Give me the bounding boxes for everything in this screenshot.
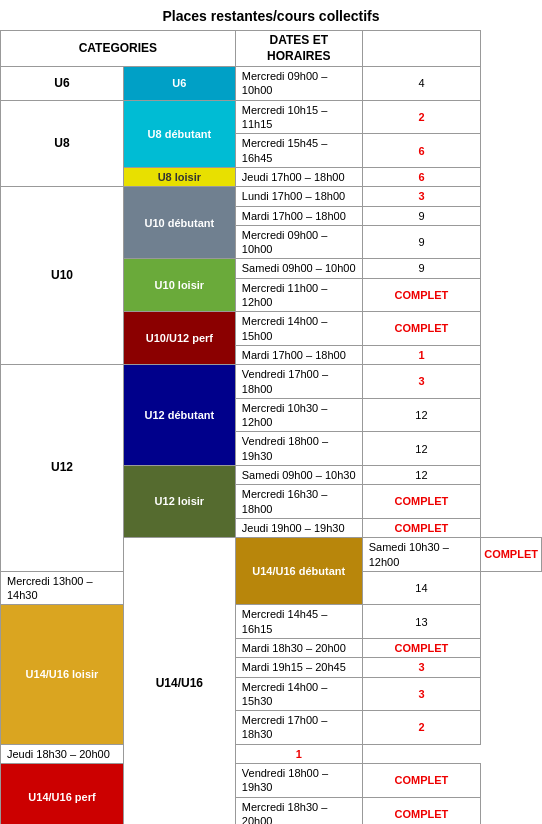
places-cell: COMPLET (362, 797, 480, 824)
subcategory-label: U14/U16 loisir (1, 605, 124, 744)
date-cell: Jeudi 19h00 – 19h30 (235, 518, 362, 537)
places-cell: 9 (362, 259, 480, 278)
subcategory-label: U12 loisir (123, 466, 235, 538)
date-cell: Mardi 19h15 – 20h45 (235, 658, 362, 677)
subcategory-label: U8 loisir (123, 167, 235, 186)
date-cell: Mercredi 13h00 – 14h30 (1, 571, 124, 605)
date-cell: Samedi 09h00 – 10h00 (235, 259, 362, 278)
subcategory-label: U8 débutant (123, 100, 235, 167)
date-cell: Mercredi 14h00 – 15h30 (235, 677, 362, 711)
date-cell: Mercredi 16h30 – 18h00 (235, 485, 362, 519)
places-cell: 12 (362, 398, 480, 432)
places-cell: COMPLET (362, 518, 480, 537)
date-cell: Mercredi 18h30 – 20h00 (235, 797, 362, 824)
places-cell: 3 (362, 187, 480, 206)
date-cell: Samedi 10h30 – 12h00 (362, 538, 480, 572)
date-cell: Jeudi 17h00 – 18h00 (235, 167, 362, 186)
places-cell: 3 (362, 658, 480, 677)
places-cell: 2 (362, 100, 480, 134)
header-categories: CATEGORIES (1, 31, 236, 67)
places-cell: 14 (362, 571, 480, 605)
places-cell: 1 (362, 345, 480, 364)
subcategory-label: U14/U16 débutant (235, 538, 362, 605)
group-label: U12 (1, 365, 124, 572)
places-cell: COMPLET (362, 764, 480, 798)
places-cell: 13 (362, 605, 480, 639)
date-cell: Mercredi 09h00 – 10h00 (235, 225, 362, 259)
places-cell: 12 (362, 466, 480, 485)
date-cell: Vendredi 18h00 – 19h30 (235, 764, 362, 798)
group-label: U8 (1, 100, 124, 186)
table-row: U12U12 débutantVendredi 17h00 – 18h003 (1, 365, 542, 399)
places-cell: COMPLET (362, 638, 480, 657)
places-cell: 2 (362, 711, 480, 745)
places-cell: 4 (362, 67, 480, 101)
subcategory-label: U10/U12 perf (123, 312, 235, 365)
places-cell: 6 (362, 134, 480, 168)
date-cell: Mercredi 14h00 – 15h00 (235, 312, 362, 346)
date-cell: Samedi 09h00 – 10h30 (235, 466, 362, 485)
places-cell: 12 (362, 432, 480, 466)
date-cell: Mercredi 15h45 – 16h45 (235, 134, 362, 168)
date-cell: Mercredi 10h15 – 11h15 (235, 100, 362, 134)
places-cell: 3 (362, 365, 480, 399)
date-cell: Lundi 17h00 – 18h00 (235, 187, 362, 206)
date-cell: Mercredi 09h00 – 10h00 (235, 67, 362, 101)
table-row: U8U8 débutantMercredi 10h15 – 11h152 (1, 100, 542, 134)
subcategory-label: U6 (123, 67, 235, 101)
table-row: U14/U16 perfVendredi 18h00 – 19h30COMPLE… (1, 764, 542, 798)
places-cell: 3 (362, 677, 480, 711)
places-cell: 9 (362, 225, 480, 259)
date-cell: Mardi 18h30 – 20h00 (235, 638, 362, 657)
places-cell: 9 (362, 206, 480, 225)
table-row: U6U6Mercredi 09h00 – 10h004 (1, 67, 542, 101)
table-row: Jeudi 18h30 – 20h001 (1, 744, 542, 763)
date-cell: Vendredi 17h00 – 18h00 (235, 365, 362, 399)
group-label: U14/U16 (123, 538, 235, 824)
schedule-table: CATEGORIES DATES ET HORAIRES U6U6Mercred… (0, 30, 542, 824)
places-cell: COMPLET (362, 312, 480, 346)
subcategory-label: U14/U16 perf (1, 764, 124, 824)
date-cell: Mardi 17h00 – 18h00 (235, 345, 362, 364)
places-cell: 6 (362, 167, 480, 186)
table-row: U14/U16 loisirMercredi 14h45 – 16h1513 (1, 605, 542, 639)
header-places (362, 31, 480, 67)
group-label: U10 (1, 187, 124, 365)
date-cell: Mercredi 10h30 – 12h00 (235, 398, 362, 432)
date-cell: Mardi 17h00 – 18h00 (235, 206, 362, 225)
group-label: U6 (1, 67, 124, 101)
page-title: Places restantes/cours collectifs (0, 0, 542, 30)
places-cell: 1 (235, 744, 362, 763)
subcategory-label: U10 débutant (123, 187, 235, 259)
subcategory-label: U10 loisir (123, 259, 235, 312)
places-cell: COMPLET (481, 538, 542, 572)
date-cell: Jeudi 18h30 – 20h00 (1, 744, 124, 763)
subcategory-label: U12 débutant (123, 365, 235, 466)
places-cell: COMPLET (362, 485, 480, 519)
date-cell: Vendredi 18h00 – 19h30 (235, 432, 362, 466)
table-row: U10U10 débutantLundi 17h00 – 18h003 (1, 187, 542, 206)
places-cell: COMPLET (362, 278, 480, 312)
header-dates: DATES ET HORAIRES (235, 31, 362, 67)
date-cell: Mercredi 14h45 – 16h15 (235, 605, 362, 639)
date-cell: Mercredi 11h00 – 12h00 (235, 278, 362, 312)
date-cell: Mercredi 17h00 – 18h30 (235, 711, 362, 745)
